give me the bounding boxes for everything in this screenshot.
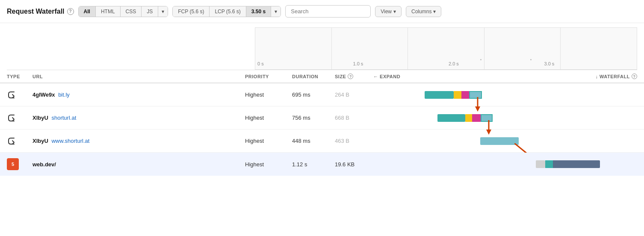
wf-segment-dark4 [553, 160, 600, 168]
timeline-dots [255, 59, 637, 60]
filter-all-button[interactable]: All [79, 6, 96, 17]
filter-group: All HTML CSS JS ▾ [78, 6, 168, 17]
row-url: XlbyU www.shorturl.at [32, 138, 245, 144]
lcp-label: LCP (5.6 s) [210, 6, 246, 17]
timeline-label-1: 1.0 s [351, 61, 446, 66]
columns-button-label: Columns [411, 9, 431, 15]
toolbar: Request Waterfall ? All HTML CSS JS ▾ FC… [0, 0, 644, 23]
view-button[interactable]: View ▾ [375, 6, 402, 17]
table-header: TYPE URL PRIORITY DURATION SIZE ? ← EXPA… [0, 70, 644, 83]
row-duration: 448 ms [292, 138, 335, 144]
row-waterfall [425, 135, 637, 148]
row-type-col [7, 113, 32, 123]
table-row[interactable]: 5 web.dev/ Highest 1.12 s 19.6 KB [0, 153, 644, 176]
redirect-icon [7, 136, 17, 146]
url-name: 4gIWe9x [32, 91, 55, 98]
wf-segment-magenta2 [472, 114, 481, 122]
size-help-icon[interactable]: ? [348, 74, 353, 79]
fcp-label: FCP (5.6 s) [173, 6, 210, 17]
search-input[interactable] [285, 5, 371, 18]
timing-chevron-icon: ▾ [275, 9, 277, 15]
fcp-dot [480, 59, 482, 60]
panel-title: Request Waterfall ? [7, 8, 74, 15]
table-container: TYPE URL PRIORITY DURATION SIZE ? ← EXPA… [0, 70, 644, 176]
lcp-dot [530, 59, 532, 60]
chevron-down-icon: ▾ [162, 9, 164, 15]
wf-segment-gray4 [536, 160, 545, 168]
waterfall-help-icon[interactable]: ? [632, 74, 637, 79]
wf-segment-teal3 [480, 137, 519, 145]
row-size: 264 B [335, 91, 373, 98]
timeline-header: 0 s 1.0 s 2.0 s 3.0 s [7, 23, 637, 70]
row-waterfall [425, 88, 637, 101]
col-header-expand: ← EXPAND [373, 74, 425, 79]
row-url: XlbyU shorturl.at [32, 115, 245, 121]
title-help-icon[interactable]: ? [67, 8, 74, 15]
row-type-col: 5 [7, 158, 32, 170]
wf-segment-teal4 [545, 160, 553, 168]
row-priority: Highest [245, 115, 292, 121]
table-row[interactable]: XlbyU www.shorturl.at Highest 448 ms 463… [0, 130, 644, 153]
row-type-col [7, 90, 32, 100]
redirect-icon [7, 113, 17, 123]
row-priority: Highest [245, 91, 292, 98]
row-url: 4gIWe9x bit.ly [32, 91, 245, 98]
col-header-duration: DURATION [292, 74, 335, 79]
col-header-type: TYPE [7, 74, 32, 79]
view-button-label: View [381, 9, 392, 15]
row-type-col [7, 136, 32, 146]
row-size: 668 B [335, 115, 373, 121]
selected-timing[interactable]: 3.50 s [246, 6, 271, 17]
row-waterfall [425, 158, 637, 171]
url-domain[interactable]: shorturl.at [51, 115, 76, 121]
filter-js-button[interactable]: JS [142, 6, 158, 17]
timing-group: FCP (5.6 s) LCP (5.6 s) 3.50 s ▾ [172, 6, 281, 17]
url-domain[interactable]: bit.ly [58, 91, 70, 98]
wf-segment-yellow [454, 91, 461, 99]
wf-segment-teal2 [437, 114, 465, 122]
html5-icon: 5 [7, 158, 19, 170]
row-url: web.dev/ [32, 161, 245, 168]
row-duration: 1.12 s [292, 161, 335, 168]
table-row[interactable]: XlbyU shorturl.at Highest 756 ms 668 B [0, 106, 644, 130]
redirect-icon [7, 90, 17, 100]
timing-dropdown-button[interactable]: ▾ [271, 6, 281, 17]
timeline-label-0: 0 s [255, 61, 351, 66]
wf-segment-magenta [461, 91, 469, 99]
col-header-size: SIZE ? [335, 74, 373, 79]
columns-button[interactable]: Columns ▾ [406, 6, 441, 17]
row-duration: 695 ms [292, 91, 335, 98]
col-header-priority: PRIORITY [245, 74, 292, 79]
columns-chevron-icon: ▾ [433, 9, 436, 15]
filter-html-button[interactable]: HTML [96, 6, 121, 17]
table-row[interactable]: 4gIWe9x bit.ly Highest 695 ms 264 B [0, 83, 644, 106]
timeline-area: 0 s 1.0 s 2.0 s 3.0 s [0, 23, 644, 70]
col-header-waterfall: ↓ WATERFALL ? [425, 74, 637, 79]
row-size: 463 B [335, 138, 373, 144]
row-priority: Highest [245, 161, 292, 168]
col-header-url: URL [32, 74, 245, 79]
url-domain[interactable]: www.shorturl.at [51, 138, 89, 144]
filter-more-dropdown[interactable]: ▾ [158, 6, 168, 17]
filter-css-button[interactable]: CSS [121, 6, 142, 17]
row-size: 19.6 KB [335, 161, 373, 168]
row-duration: 756 ms [292, 115, 335, 121]
wf-segment-teal [425, 91, 454, 99]
url-name: web.dev/ [32, 161, 56, 168]
row-priority: Highest [245, 138, 292, 144]
timeline-label-2: 2.0 s [446, 61, 542, 66]
wf-segment-yellow2 [465, 114, 472, 122]
row-waterfall [425, 112, 637, 124]
timeline-label-3: 3.0 s [542, 61, 638, 66]
view-chevron-icon: ▾ [393, 9, 396, 15]
timeline-labels: 0 s 1.0 s 2.0 s 3.0 s [255, 61, 637, 66]
url-name: XlbyU [32, 115, 48, 121]
panel-title-text: Request Waterfall [7, 8, 65, 15]
request-waterfall-panel: Request Waterfall ? All HTML CSS JS ▾ FC… [0, 0, 644, 236]
url-name: XlbyU [32, 138, 48, 144]
